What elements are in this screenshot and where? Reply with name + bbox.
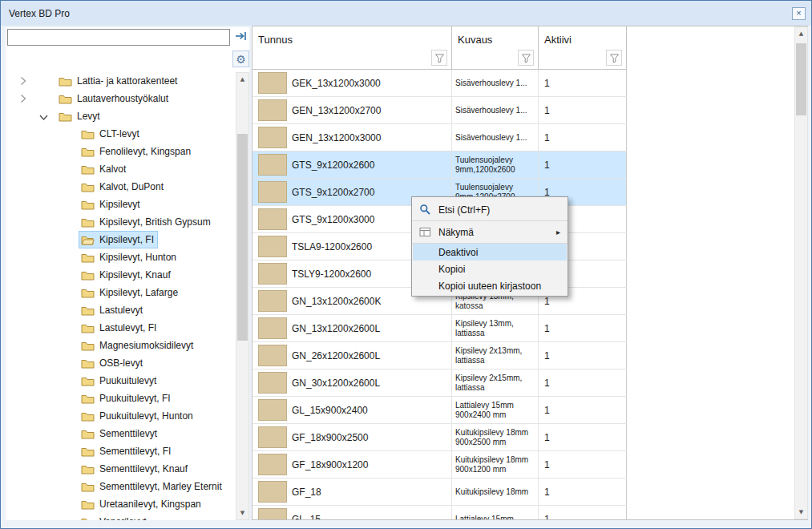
tree-item[interactable]: Kipsilevyt (6, 196, 236, 213)
close-icon[interactable]: × (792, 7, 806, 20)
tree-item[interactable]: Kipsilevyt, FI (6, 231, 236, 248)
column-header-tunnus[interactable]: Tunnus (252, 26, 452, 70)
tree-item-content[interactable]: Kalvot, DuPont (79, 179, 167, 195)
table-scrollbar[interactable]: ▲ ▼ (794, 26, 808, 519)
search-go-button[interactable] (232, 29, 249, 46)
tunnus-cell: GF_18 (252, 479, 452, 505)
tree-item-content[interactable]: Fenolilevyt, Kingspan (79, 143, 194, 160)
menu-item-kopioi[interactable]: Kopioi (412, 260, 568, 277)
table-row[interactable]: GF_18Kuitukipsilevy 18mm1 (252, 479, 627, 506)
chevron-collapsed-icon[interactable] (20, 95, 28, 103)
tree-item-content[interactable]: Lastulevyt, FI (79, 320, 160, 336)
filter-icon[interactable] (606, 50, 622, 66)
aktiivi-value: 1 (544, 323, 550, 334)
tree-item-content[interactable]: Uretaanilevyt, Kingspan (79, 496, 204, 512)
scroll-up-icon[interactable]: ▲ (795, 27, 807, 40)
gear-icon[interactable]: ⚙ (232, 50, 249, 67)
tree-item-content[interactable]: Vanerilevyt (79, 514, 149, 520)
scroll-up-icon[interactable]: ▲ (236, 73, 248, 86)
tree-item-label: Sementtilevyt, Knauf (99, 463, 188, 474)
table-row[interactable]: GL_15x900x2400Lattialevy 15mm 900x2400 m… (252, 397, 627, 424)
tree-item-content[interactable]: Levyt (57, 108, 103, 124)
tree-item-content[interactable]: Kipsilevyt, Lafarge (79, 285, 181, 301)
tree-item-content[interactable]: Lattia- ja kattorakenteet (57, 73, 180, 89)
tree-item[interactable]: Puukuitulevyt (6, 372, 236, 390)
tree-item[interactable]: Magnesiumoksidilevyt (6, 337, 236, 354)
tree-item[interactable]: Sementtilevyt, Knauf (6, 460, 236, 478)
tunnus-value: TSLY9-1200x2600 (292, 269, 371, 280)
scroll-down-icon[interactable]: ▼ (795, 506, 807, 519)
search-input[interactable] (7, 29, 230, 46)
table-row[interactable]: GF_18x900x2500Kuitukipsilevy 18mm 900x25… (252, 424, 627, 451)
tree-item[interactable]: Kipsilevyt, British Gypsum (6, 213, 236, 231)
table-row[interactable]: GN_13x1200x2600LKipsilevy 13mm, lattiass… (252, 315, 627, 342)
tree-item-content[interactable]: Puukuitulevyt, FI (79, 390, 174, 406)
table-row[interactable]: GL_15Lattialevy 15mm1 (252, 506, 627, 519)
tree-item[interactable]: Puukuitulevyt, Hunton (6, 407, 236, 425)
column-header-aktiivi[interactable]: Aktiivi (539, 26, 627, 70)
aktiivi-value: 1 (544, 487, 550, 498)
folder-icon (81, 252, 95, 263)
tree-item[interactable]: OSB-levyt (6, 354, 236, 372)
tree-item-content[interactable]: Lastulevyt (79, 302, 146, 318)
tree-item-content[interactable]: Kipsilevyt, Knauf (79, 267, 174, 283)
chevron-collapsed-icon[interactable] (20, 77, 28, 86)
tree-item-content[interactable]: Puukuitulevyt, Hunton (79, 408, 196, 424)
tree-item-content[interactable]: Magnesiumoksidilevyt (79, 337, 196, 353)
tree-item[interactable]: Sementtilevyt, FI (6, 442, 236, 460)
tree-item-content[interactable]: Kipsilevyt (79, 196, 143, 212)
filter-icon[interactable] (518, 50, 534, 66)
tree-item[interactable]: Lastulevyt, FI (6, 319, 236, 337)
menu-item-n-kym[interactable]: Näkymä▸ (412, 221, 568, 243)
tree-item[interactable]: Puukuitulevyt, FI (6, 390, 236, 407)
table-row[interactable]: GEN_13x1200x3000Sisäverhouslevy 1...1 (252, 124, 627, 151)
column-header-kuvaus[interactable]: Kuvaus (452, 26, 539, 70)
scroll-down-icon[interactable]: ▼ (236, 507, 248, 519)
tree-item[interactable]: Kalvot, DuPont (6, 178, 236, 196)
tree-scrollbar-thumb[interactable] (237, 134, 248, 341)
table-scrollbar-thumb[interactable] (796, 43, 806, 115)
tunnus-value: GN_13x1200x2600K (292, 296, 381, 307)
table-row[interactable]: GF_18x900x1200Kuitukipsilevy 18mm 900x12… (252, 451, 627, 479)
tree-item[interactable]: Sementtilevyt (6, 425, 236, 442)
tree-item-content[interactable]: OSB-levyt (79, 355, 146, 371)
table-row[interactable]: GN_26x1200x2600LKipsilevy 2x13mm, lattia… (252, 342, 627, 369)
tree-item[interactable]: Sementtilevyt, Marley Eternit (6, 478, 236, 495)
menu-item-etsi-ctrl-f[interactable]: Etsi (Ctrl+F) (412, 199, 568, 220)
filter-icon[interactable] (431, 50, 447, 66)
table-row[interactable]: GEN_13x1200x2700Sisäverhouslevy 1...1 (252, 97, 627, 124)
tree-item[interactable]: Kalvot (6, 160, 236, 178)
tree-item[interactable]: Lastulevyt (6, 301, 236, 319)
tree-item-content[interactable]: Sementtilevyt, FI (79, 443, 174, 459)
tree-item-content[interactable]: Kalvot (79, 161, 129, 177)
tree-item-content[interactable]: Sementtilevyt, Marley Eternit (79, 479, 225, 495)
tree-item-content[interactable]: Sementtilevyt, Knauf (79, 461, 191, 477)
item-thumbnail (258, 154, 287, 176)
tree-item[interactable]: Kipsilevyt, Hunton (6, 248, 236, 266)
tree-item-content[interactable]: Sementtilevyt (79, 426, 160, 442)
tree-item[interactable]: Uretaanilevyt, Kingspan (6, 495, 236, 513)
tree-item[interactable]: Kipsilevyt, Lafarge (6, 284, 236, 301)
folder-icon (81, 164, 95, 175)
menu-item-kopioi-uuteen-kirjastoon[interactable]: Kopioi uuteen kirjastoon (412, 277, 568, 294)
tree-item-content[interactable]: CLT-levyt (79, 126, 143, 142)
tree-item[interactable]: Lautaverhoustyökalut (6, 90, 236, 107)
tree-item[interactable]: Fenolilevyt, Kingspan (6, 143, 236, 160)
tree-item[interactable]: Kipsilevyt, Knauf (6, 266, 236, 284)
kuvaus-value: Tuulensuojalevy 9mm,1200x2600 (455, 155, 535, 175)
tree-item-content[interactable]: Puukuitulevyt (79, 373, 160, 389)
table-row[interactable]: GEK_13x1200x3000Sisäverhouslevy 1...1 (252, 70, 627, 97)
tree-item-content[interactable]: Kipsilevyt, Hunton (79, 249, 180, 265)
table-row[interactable]: GN_30x1200x2600LKipsilevy 2x15mm, lattia… (252, 369, 627, 397)
tree-item[interactable]: CLT-levyt (6, 125, 236, 143)
tree-item-content[interactable]: Kipsilevyt, British Gypsum (79, 214, 214, 230)
tree-scrollbar[interactable]: ▲ ▼ (236, 72, 249, 520)
table-row[interactable]: GTS_9x1200x2600Tuulensuojalevy 9mm,1200x… (252, 151, 627, 179)
tree-item-content[interactable]: Kipsilevyt, FI (79, 232, 157, 248)
menu-item-deaktivoi[interactable]: Deaktivoi (413, 244, 567, 260)
tree-item[interactable]: Lattia- ja kattorakenteet (6, 72, 236, 90)
tree-item[interactable]: Vanerilevyt (6, 513, 236, 520)
tree-item[interactable]: Levyt (6, 107, 236, 125)
chevron-expanded-icon[interactable] (39, 112, 47, 121)
tree-item-content[interactable]: Lautaverhoustyökalut (57, 91, 172, 107)
